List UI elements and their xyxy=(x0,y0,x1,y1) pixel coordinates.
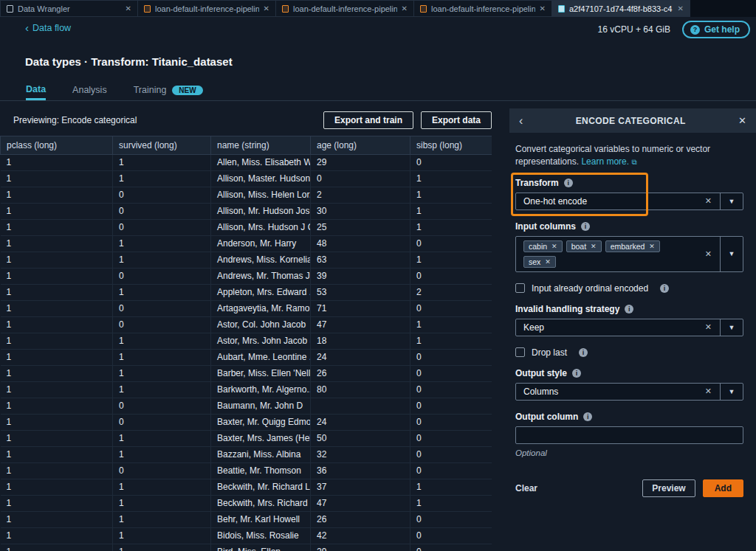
column-header[interactable]: survived (long) xyxy=(113,136,211,155)
table-cell: 1 xyxy=(1,366,113,382)
remove-chip-icon[interactable]: ✕ xyxy=(551,243,557,250)
column-header[interactable]: sibsp (long) xyxy=(410,136,492,155)
table-cell: 0 xyxy=(410,398,492,415)
close-tab-icon[interactable]: ✕ xyxy=(678,4,684,13)
table-cell: Allison, Miss. Helen Lor... xyxy=(211,187,311,204)
chevron-down-icon[interactable]: ▼ xyxy=(721,324,743,331)
info-icon[interactable]: i xyxy=(581,222,590,231)
chip-sex[interactable]: sex✕ xyxy=(523,256,556,268)
table-cell: 37 xyxy=(311,479,410,496)
input-columns-select[interactable]: cabin✕boat✕embarked✕sex✕ ✕ ▼ xyxy=(515,236,743,272)
table-cell: 1 xyxy=(113,252,211,268)
table-cell: Allison, Master. Hudson... xyxy=(211,171,311,187)
table-cell: Andrews, Miss. Kornelia... xyxy=(211,252,311,268)
info-icon[interactable]: i xyxy=(564,179,573,187)
clear-button[interactable]: Clear xyxy=(515,483,537,493)
column-header[interactable]: age (long) xyxy=(311,136,410,155)
browser-tab-label: loan-default-inference-pipelin xyxy=(431,4,535,13)
chevron-down-icon[interactable]: ▼ xyxy=(721,388,743,395)
close-tab-icon[interactable]: ✕ xyxy=(540,4,546,13)
table-cell: 0 xyxy=(311,171,410,187)
table-row: 11Allison, Master. Hudson...01 xyxy=(1,171,492,187)
browser-tab[interactable]: loan-default-inference-pipelin✕ xyxy=(414,0,552,17)
table-cell: 0 xyxy=(410,382,492,398)
transform-select[interactable]: One-hot encode ✕ ▼ xyxy=(515,193,743,210)
chevron-down-icon[interactable]: ▼ xyxy=(721,250,743,257)
table-cell: 1 xyxy=(410,171,492,187)
table-cell: Baxter, Mrs. James (Hel... xyxy=(211,431,311,447)
table-row: 10Artagaveytia, Mr. Ramon710 xyxy=(1,301,492,317)
table-cell: Allison, Mr. Hudson Jos... xyxy=(211,204,311,220)
learn-more-link[interactable]: Learn more. ⧉ xyxy=(581,156,636,167)
table-cell: 0 xyxy=(113,415,211,431)
table-cell: 0 xyxy=(113,317,211,333)
browser-tab-label: a2f47107-1d74-4f8f-b833-c4 xyxy=(569,4,673,13)
clear-selection-icon[interactable]: ✕ xyxy=(697,196,720,206)
preview-button[interactable]: Preview xyxy=(642,479,695,497)
remove-chip-icon[interactable]: ✕ xyxy=(649,243,655,250)
table-cell: 1 xyxy=(1,479,113,496)
output-column-input[interactable] xyxy=(515,426,743,444)
ordinal-encoded-checkbox[interactable] xyxy=(515,283,525,293)
chevron-down-icon[interactable]: ▼ xyxy=(721,198,743,205)
browser-tab[interactable]: a2f47107-1d74-4f8f-b833-c4✕ xyxy=(552,0,690,17)
table-cell: 1 xyxy=(410,252,492,268)
table-row: 11Baxter, Mrs. James (Hel...500 xyxy=(1,431,492,447)
table-cell: 1 xyxy=(1,382,113,398)
panel-close-icon[interactable]: ✕ xyxy=(738,115,746,126)
remove-chip-icon[interactable]: ✕ xyxy=(591,243,597,250)
remove-chip-icon[interactable]: ✕ xyxy=(545,258,551,266)
table-cell: 1 xyxy=(410,317,492,333)
clear-selection-icon[interactable]: ✕ xyxy=(697,249,720,259)
close-tab-icon[interactable]: ✕ xyxy=(402,4,408,13)
table-header-row: pclass (long)survived (long)name (string… xyxy=(1,136,492,155)
kernel-icon xyxy=(558,5,565,13)
back-to-data-flow-link[interactable]: ‹ Data flow xyxy=(25,23,71,33)
table-cell: 0 xyxy=(410,350,492,366)
chip-cabin[interactable]: cabin✕ xyxy=(523,240,563,252)
table-cell: 1 xyxy=(410,187,492,204)
info-icon[interactable]: i xyxy=(583,412,592,421)
output-column-label: Output column i xyxy=(515,412,743,422)
app-root: Data Wrangler✕loan-default-inference-pip… xyxy=(0,0,756,551)
notebook-icon xyxy=(282,5,289,13)
get-help-button[interactable]: ? Get help xyxy=(682,21,750,38)
tab-analysis[interactable]: Analysis xyxy=(72,80,107,100)
info-icon[interactable]: i xyxy=(625,305,633,313)
browser-tab[interactable]: Data Wrangler✕ xyxy=(0,0,138,17)
table-cell: 24 xyxy=(311,415,410,431)
info-icon[interactable]: i xyxy=(660,284,669,293)
drop-last-checkbox[interactable] xyxy=(515,347,525,357)
table-row: 11Astor, Mrs. John Jacob (...181 xyxy=(1,333,492,350)
browser-tab[interactable]: loan-default-inference-pipelin✕ xyxy=(276,0,414,17)
table-row: 11Allen, Miss. Elisabeth W...290 xyxy=(1,155,492,171)
chip-boat[interactable]: boat✕ xyxy=(566,240,602,252)
output-style-select[interactable]: Columns ✕ ▼ xyxy=(515,383,743,401)
table-cell: 0 xyxy=(113,204,211,220)
table-cell: 1 xyxy=(1,463,113,479)
browser-tab[interactable]: loan-default-inference-pipelin✕ xyxy=(138,0,276,17)
info-icon[interactable]: i xyxy=(579,348,588,357)
column-header[interactable]: name (string) xyxy=(211,136,311,155)
invalid-handling-label: Invalid handling strategy i xyxy=(515,304,743,314)
close-tab-icon[interactable]: ✕ xyxy=(264,4,269,13)
clear-selection-icon[interactable]: ✕ xyxy=(697,322,720,332)
table-cell: 0 xyxy=(410,366,492,382)
table-cell: 29 xyxy=(311,155,410,171)
column-header[interactable]: pclass (long) xyxy=(1,136,113,155)
tab-data[interactable]: Data xyxy=(26,80,46,100)
table-cell: 0 xyxy=(113,220,211,236)
clear-selection-icon[interactable]: ✕ xyxy=(697,387,720,396)
table-cell: 0 xyxy=(113,301,211,317)
tab-training[interactable]: Training NEW xyxy=(134,80,203,100)
info-icon[interactable]: i xyxy=(572,369,581,378)
close-tab-icon[interactable]: ✕ xyxy=(126,4,131,13)
invalid-handling-select[interactable]: Keep ✕ ▼ xyxy=(515,319,743,336)
add-button[interactable]: Add xyxy=(703,479,743,497)
table-cell: 1 xyxy=(1,447,113,463)
export-and-train-button[interactable]: Export and train xyxy=(323,111,413,129)
table-cell: 0 xyxy=(113,268,211,285)
chip-embarked[interactable]: embarked✕ xyxy=(605,240,660,252)
export-data-button[interactable]: Export data xyxy=(421,111,492,129)
panel-header: ‹ ENCODE CATEGORICAL ✕ xyxy=(509,108,756,133)
